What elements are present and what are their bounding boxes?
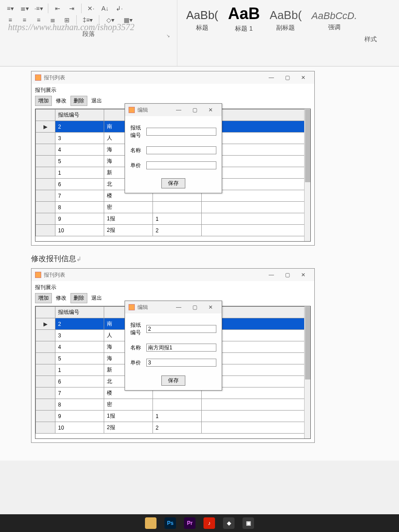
row-header[interactable] (36, 376, 55, 387)
exit-button[interactable]: 退出 (88, 96, 105, 106)
align-right-icon[interactable]: ≡ (33, 15, 44, 25)
save-button[interactable]: 保存 (161, 178, 185, 188)
minimize-icon[interactable]: — (264, 73, 279, 82)
show-marks-icon[interactable]: ↲· (113, 4, 125, 13)
row-header[interactable] (36, 144, 55, 156)
taskbar-explorer-icon[interactable] (145, 517, 156, 529)
align-center-icon[interactable]: ≡ (19, 15, 30, 25)
taskbar-app-icon[interactable]: ▣ (243, 517, 254, 529)
cell-id[interactable]: 10 (55, 422, 104, 434)
cell-id[interactable]: 1 (55, 167, 104, 179)
close-icon[interactable]: ✕ (203, 106, 218, 114)
cell-price[interactable]: 1 (153, 213, 202, 225)
dist-icon[interactable]: ⊞ (61, 15, 73, 25)
bullets-icon[interactable]: ≡▾ (4, 4, 16, 13)
cell-id[interactable]: 4 (55, 144, 104, 156)
cell-name[interactable]: 2报 (104, 225, 153, 236)
list-window-titlebar[interactable]: 报刊列表 — ▢ ✕ (31, 71, 314, 84)
cell-price[interactable] (153, 202, 202, 213)
styles-gallery[interactable]: AaBb(标题AaB标题 1AaBb(副标题AaBbCcD.强调 (177, 0, 399, 34)
cell-id[interactable]: 9 (55, 213, 104, 225)
cell-price[interactable]: 2 (153, 422, 202, 434)
grid-scrollbar[interactable] (304, 109, 310, 241)
cell-id[interactable]: 7 (55, 387, 104, 399)
cell-id[interactable]: 6 (55, 376, 104, 387)
delete-button[interactable]: 删除 (70, 293, 87, 303)
delete-button[interactable]: 删除 (70, 96, 87, 106)
table-row[interactable]: 91报1 (36, 213, 310, 225)
row-header[interactable] (36, 330, 55, 341)
cell-id[interactable]: 7 (55, 190, 104, 202)
close-icon[interactable]: ✕ (296, 270, 311, 279)
style-tile[interactable]: AaBb(副标题 (267, 8, 304, 33)
row-header[interactable] (36, 422, 55, 434)
row-header[interactable] (36, 202, 55, 213)
sort-icon[interactable]: A↓ (99, 4, 111, 13)
maximize-icon[interactable]: ▢ (187, 303, 202, 312)
edit-dialog-titlebar[interactable]: 编辑 — ▢ ✕ (125, 104, 222, 116)
table-row[interactable]: 91报1 (36, 411, 310, 422)
cell-id[interactable]: 8 (55, 399, 104, 411)
row-header[interactable] (36, 213, 55, 225)
maximize-icon[interactable]: ▢ (187, 106, 202, 114)
taskbar-photoshop-icon[interactable]: Ps (164, 517, 176, 529)
cell-id[interactable]: 3 (55, 330, 104, 341)
cell-id[interactable]: 10 (55, 225, 104, 236)
paragraph-dialog-launcher-icon[interactable]: ↘ (166, 33, 170, 38)
edit-dialog-titlebar[interactable]: 编辑 — ▢ ✕ (125, 301, 222, 313)
maximize-icon[interactable]: ▢ (280, 73, 295, 82)
name-field[interactable] (146, 344, 216, 352)
cell-price[interactable]: 1 (153, 411, 202, 422)
cell-id[interactable]: 4 (55, 341, 104, 353)
taskbar[interactable]: Ps Pr ♪ ◆ ▣ (0, 514, 399, 532)
name-field[interactable] (146, 146, 216, 154)
style-tile[interactable]: AaBbCcD.强调 (309, 9, 360, 32)
row-header[interactable]: ▶ (36, 318, 55, 330)
align-justify-icon[interactable]: ≣ (47, 15, 59, 25)
grid-scrollbar[interactable] (304, 306, 310, 438)
align-left-icon[interactable]: ≡ (4, 15, 16, 25)
cell-id[interactable]: 1 (55, 364, 104, 376)
save-button[interactable]: 保存 (161, 376, 185, 386)
row-header[interactable] (36, 399, 55, 411)
cell-id[interactable]: 5 (55, 353, 104, 364)
cell-name[interactable]: 密 (104, 399, 153, 411)
row-header[interactable] (36, 353, 55, 364)
exit-button[interactable]: 退出 (88, 293, 105, 303)
add-button[interactable]: 增加 (35, 96, 52, 106)
shading-icon[interactable]: ◇▾ (103, 15, 118, 25)
row-header[interactable] (36, 225, 55, 236)
cell-price[interactable]: 2 (153, 225, 202, 236)
minimize-icon[interactable]: — (264, 270, 279, 279)
taskbar-music-icon[interactable]: ♪ (203, 517, 215, 529)
taskbar-premiere-icon[interactable]: Pr (184, 517, 196, 529)
cell-name[interactable]: 2报 (104, 422, 153, 434)
edit-button[interactable]: 修改 (53, 96, 70, 106)
cell-id[interactable]: 6 (55, 179, 104, 190)
col-id[interactable]: 报纸编号 (55, 110, 104, 121)
decrease-indent-icon[interactable]: ⇤ (52, 4, 63, 13)
cell-name[interactable]: 1报 (104, 411, 153, 422)
minimize-icon[interactable]: — (171, 106, 186, 114)
cell-name[interactable]: 密 (104, 202, 153, 213)
multilevel-list-icon[interactable]: ·≡▾ (33, 4, 44, 13)
numbering-icon[interactable]: ≣▾ (19, 4, 30, 13)
row-header[interactable] (36, 179, 55, 190)
close-icon[interactable]: ✕ (296, 73, 311, 82)
table-row[interactable]: 8密 (36, 202, 310, 213)
price-field[interactable] (146, 161, 216, 169)
row-header[interactable] (36, 167, 55, 179)
table-row[interactable]: 8密 (36, 399, 310, 411)
row-header[interactable]: ▶ (36, 121, 55, 133)
line-spacing-icon[interactable]: ‡≡▾ (80, 15, 95, 25)
id-field[interactable] (146, 128, 216, 136)
cell-name[interactable]: 1报 (104, 213, 153, 225)
taskbar-app-icon[interactable]: ◆ (223, 517, 235, 529)
minimize-icon[interactable]: — (171, 303, 186, 312)
close-icon[interactable]: ✕ (203, 303, 218, 312)
col-id[interactable]: 报纸编号 (55, 307, 104, 318)
cell-id[interactable]: 3 (55, 133, 104, 144)
row-header[interactable] (36, 341, 55, 353)
cell-id[interactable]: 9 (55, 411, 104, 422)
clear-format-icon[interactable]: ✕· (85, 4, 97, 13)
